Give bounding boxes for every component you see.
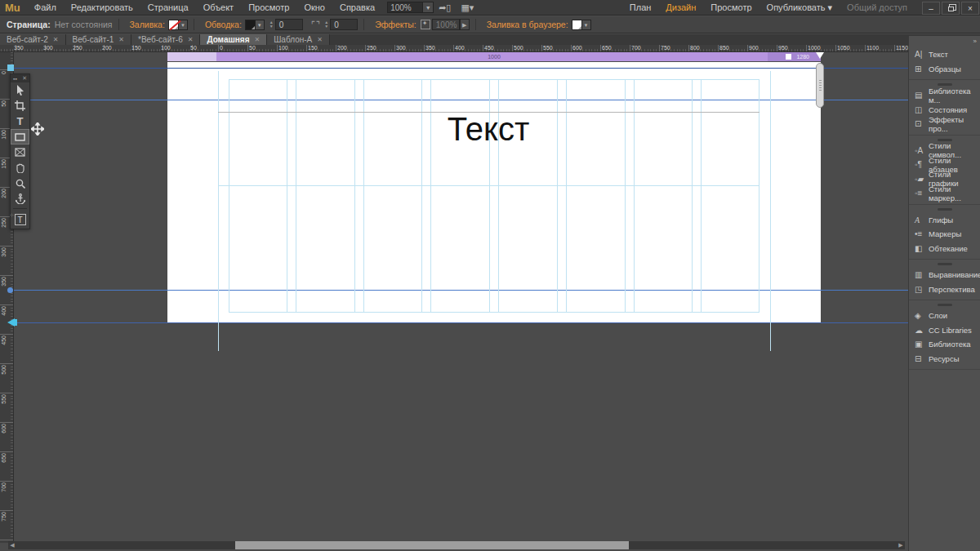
state-button-tool[interactable]: T <box>11 211 29 229</box>
breakpoint-bar[interactable]: 1000 1280 <box>167 52 821 61</box>
panel-item-Ресурсы[interactable]: ⊟Ресурсы <box>909 352 980 367</box>
panel-item-Маркеры[interactable]: •≡Маркеры <box>909 227 980 242</box>
tools-palette-header[interactable]: ▪▪ ✕ <box>11 74 29 82</box>
vertical-scrollbar-thumb[interactable] <box>816 63 824 108</box>
stroke-width-field[interactable]: 0 <box>275 19 303 30</box>
panel-item-CC Libraries[interactable]: ☁CC Libraries <box>909 323 980 338</box>
menu-Страница[interactable]: Страница <box>140 0 196 16</box>
rectangle-tool[interactable] <box>11 129 29 144</box>
palette-close-icon[interactable]: ✕ <box>22 75 27 82</box>
panel-item-Глифы[interactable]: AГлифы <box>909 213 980 228</box>
panel-item-Эффекты про...[interactable]: ⊡Эффекты про... <box>909 117 980 131</box>
ruler-label: 150 <box>130 45 141 51</box>
guide-handle-square[interactable] <box>7 64 14 71</box>
zoom-value-field[interactable]: 100% <box>387 2 423 13</box>
browser-fill-swatch[interactable] <box>572 20 582 30</box>
horizontal-ruler[interactable]: 3503002502001501005005010015020025030035… <box>0 45 908 52</box>
panel-item-Текст[interactable]: A|Текст <box>909 47 980 62</box>
tab-close-icon[interactable]: ✕ <box>188 34 194 45</box>
guide-handle-circle[interactable] <box>7 287 13 293</box>
guide-handle-double[interactable] <box>7 318 15 327</box>
panel-group-grip[interactable] <box>938 304 952 306</box>
panel-item-Обтекание[interactable]: ◧Обтекание <box>909 242 980 256</box>
stroke-width-stepper[interactable]: ▲▼ <box>270 20 274 29</box>
horizontal-guide[interactable] <box>14 322 908 323</box>
panel-item-Перспектива[interactable]: ◳Перспектива <box>909 282 980 297</box>
browser-fill-dropdown-icon[interactable]: ▼ <box>582 20 591 30</box>
menu-Просмотр[interactable]: Просмотр <box>241 0 296 16</box>
menu-Справка[interactable]: Справка <box>332 0 382 16</box>
corner-radius-field[interactable]: 0 <box>330 19 358 30</box>
effects-icon[interactable] <box>421 20 430 29</box>
section-guide-line[interactable] <box>218 185 760 186</box>
menu-Окно[interactable]: Окно <box>296 0 332 16</box>
zoom-control[interactable]: 100% ▼ <box>387 2 434 13</box>
horizontal-guide[interactable] <box>14 68 908 69</box>
mode-switcher: ПланДизайнПросмотрОпубликовать ▾Общий до… <box>622 0 915 16</box>
mode-Просмотр[interactable]: Просмотр <box>703 0 759 16</box>
collapse-panels-icon[interactable]: » <box>909 36 980 46</box>
ruler-label: 400 <box>1 304 7 316</box>
effects-link[interactable]: Эффекты: <box>375 20 416 29</box>
minimize-button[interactable]: – <box>922 2 940 15</box>
mode-Дизайн[interactable]: Дизайн <box>658 0 703 16</box>
hand-tool[interactable] <box>11 160 29 176</box>
panel-item-Библиотека м...[interactable]: ▤Библиотека м... <box>909 88 980 103</box>
stroke-link[interactable]: Обводка: <box>205 20 242 29</box>
menu-Объект[interactable]: Объект <box>196 0 241 16</box>
tab-close-icon[interactable]: ✕ <box>53 34 59 45</box>
panel-item-Образцы[interactable]: ⊞Образцы <box>909 62 980 77</box>
opacity-field[interactable]: 100% <box>432 19 460 30</box>
panel-item-Стили маркер...[interactable]: ◦≡Стили маркер... <box>909 186 980 201</box>
tools-palette[interactable]: ▪▪ ✕ T T <box>10 73 30 229</box>
tab-close-icon[interactable]: ✕ <box>317 34 323 45</box>
crop-tool[interactable] <box>11 98 29 113</box>
tab-Веб-сайт-2[interactable]: Веб-сайт-2✕ <box>0 34 66 45</box>
panel-item-Библиотека[interactable]: ▣Библиотека <box>909 337 980 352</box>
stroke-dropdown-icon[interactable]: ▼ <box>256 20 265 30</box>
mode-Опубликовать[interactable]: Опубликовать ▾ <box>760 0 840 16</box>
corner-radius-icon[interactable]: ⌜ ⌝ <box>311 20 319 30</box>
canvas-area[interactable]: 3503002502001501005005010015020025030035… <box>0 45 908 551</box>
menu-Редактировать[interactable]: Редактировать <box>64 0 140 16</box>
scroll-right-icon[interactable]: ▶ <box>897 541 905 549</box>
zoom-tool[interactable] <box>11 176 29 191</box>
margin-guide[interactable] <box>770 71 771 351</box>
tab-*Веб-сайт-6[interactable]: *Веб-сайт-6✕ <box>131 34 200 45</box>
text-tool[interactable]: T <box>11 113 29 129</box>
tab-Шаблон-А[interactable]: Шаблон-А✕ <box>267 34 330 45</box>
palette-grip-icon[interactable]: ▪▪ <box>13 76 17 82</box>
selection-tool[interactable] <box>11 82 29 98</box>
close-button[interactable]: × <box>961 2 979 15</box>
panel-group-grip[interactable] <box>938 83 952 86</box>
panel-item-Выравнивание[interactable]: ▥Выравнивание <box>909 268 980 282</box>
horizontal-scrollbar-thumb[interactable] <box>235 541 629 549</box>
anchor-tool[interactable] <box>11 191 29 207</box>
tab-close-icon[interactable]: ✕ <box>118 34 124 45</box>
mode-План[interactable]: План <box>622 0 659 16</box>
panel-group-grip[interactable] <box>938 139 952 141</box>
restore-button[interactable] <box>942 2 960 15</box>
horizontal-scrollbar[interactable]: ◀ ▶ <box>8 541 905 549</box>
menu-Файл[interactable]: Файл <box>27 0 64 16</box>
tab-Домашняя[interactable]: Домашняя✕ <box>200 34 267 45</box>
screen-mode-icon[interactable]: ▦▾ <box>456 2 479 13</box>
panel-group-grip[interactable] <box>938 208 952 211</box>
scroll-left-icon[interactable]: ◀ <box>8 541 16 549</box>
fill-swatch[interactable] <box>168 20 179 30</box>
stroke-swatch[interactable] <box>245 20 256 30</box>
zoom-dropdown-icon[interactable]: ▼ <box>423 2 434 13</box>
panel-item-Слои[interactable]: ◈Слои <box>909 309 980 323</box>
margin-guide[interactable] <box>218 71 219 351</box>
tab-close-icon[interactable]: ✕ <box>255 34 261 45</box>
browser-fill-link[interactable]: Заливка в браузере: <box>487 20 568 29</box>
fill-link[interactable]: Заливка: <box>130 20 165 29</box>
opacity-arrow-icon[interactable]: ▶ <box>460 19 470 30</box>
page-text-frame[interactable]: Текст <box>358 111 619 148</box>
panel-group-grip[interactable] <box>938 263 952 265</box>
corner-stepper[interactable]: ▲▼ <box>324 20 328 29</box>
tab-Веб-сайт-1[interactable]: Веб-сайт-1✕ <box>66 34 132 45</box>
place-icon[interactable]: ➦▯ <box>434 2 456 13</box>
frame-tool[interactable] <box>11 144 29 160</box>
breakpoint-marker[interactable] <box>816 52 824 59</box>
